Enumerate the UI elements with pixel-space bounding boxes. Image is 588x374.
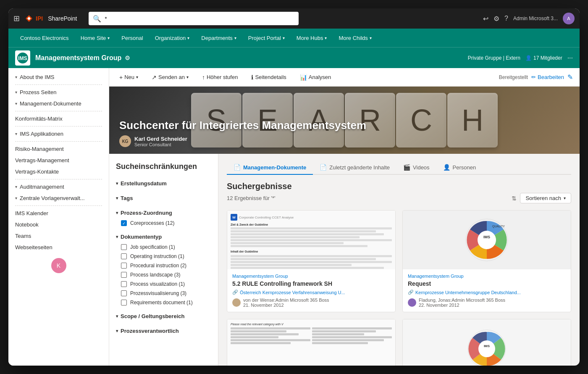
filter-section-header-dokumententyp[interactable]: ▾ Dokumententyp — [116, 231, 211, 242]
results-title: Suchergebnisse — [227, 182, 571, 191]
tab-personen[interactable]: 👤 Personen — [436, 161, 483, 175]
user-name[interactable]: Admin Microsoft 3... — [513, 16, 558, 21]
sidebar-item-about-ims[interactable]: ▾ About the IMS — [8, 71, 109, 83]
sidebar-item-konformitaets-matrix[interactable]: Konformitäts-Matrix — [8, 113, 109, 124]
result-card-4: IMS — [402, 319, 571, 366]
result-card-2: IMS QUALITY Managementsystem Group Reque… — [402, 210, 571, 312]
sidebar-item-ims-applikationen[interactable]: ▾ IMS Applikationen — [8, 128, 109, 140]
chevron-down-icon: ▾ — [15, 75, 17, 79]
key-c: C — [396, 93, 446, 147]
sidebar-item-management-dokumente[interactable]: ▾ Management-Dokumente — [8, 98, 109, 109]
filter-checkbox-job-specification[interactable] — [121, 244, 127, 250]
hero-author-role: Senior Consultant — [134, 142, 187, 147]
chevron-down-icon: ▾ — [370, 36, 372, 40]
document-icon: 📄 — [320, 164, 327, 171]
sidebar-item-zentrale-vorlagen[interactable]: ▾ Zentrale Vorlagenverwalt... — [8, 192, 109, 204]
sidebar-item-risiko-management[interactable]: Risiko-Management — [8, 143, 109, 155]
filter-section-header-tags[interactable]: ▾ Tags — [116, 192, 211, 204]
sidebar-item-vertrags-kontakte[interactable]: Vertrags-Kontakte — [8, 166, 109, 177]
sidebar-item-teams[interactable]: Teams — [8, 230, 109, 242]
filter-section-header-prozessverantwortlich[interactable]: ▾ Prozessverantwortlich — [116, 325, 211, 337]
filter-checkbox-prozessvisualisierung[interactable] — [121, 290, 127, 296]
new-button[interactable]: + Neu ▾ — [116, 72, 142, 82]
result-card-1-preview: W Corporate Controlling CCET Analyse Zie… — [227, 211, 395, 269]
analysen-button[interactable]: 📊 Analysen — [297, 72, 334, 82]
sidebar-item-webseiteseiten[interactable]: Webseiteseiten — [8, 242, 109, 253]
filter-option-process-visualization[interactable]: Process visualization (1) — [116, 279, 211, 289]
sidebar-item-ims-kalender[interactable]: IMS Kalender — [8, 208, 109, 219]
chevron-down-icon: ▾ — [15, 132, 17, 136]
result-source-1[interactable]: Managementsystem Group — [232, 274, 390, 279]
sort-button[interactable]: Sortieren nach ▾ — [520, 193, 571, 203]
filter-option-job-specification[interactable]: Job specification (1) — [116, 242, 211, 252]
hoeher-button[interactable]: ↑ Höher stufen — [199, 72, 241, 82]
ims-diagram-2: IMS — [466, 328, 508, 366]
result-tag-2[interactable]: 🔗 Kernprozesse Unternehmensgruppe Deutsc… — [408, 290, 566, 295]
result-source-2[interactable]: Managementsystem Group — [408, 274, 566, 279]
filter-option-requirements-document[interactable]: Requirements document (1) — [116, 298, 211, 307]
site-header: IMS Managementsystem Group ⚙ Private Gru… — [8, 47, 580, 68]
search-icon: 🔍 — [93, 15, 101, 23]
result-tag-1[interactable]: 🔗 Österreich Kernprozesse Verfahrensanwe… — [232, 290, 390, 295]
sidebar-item-vertrags-management[interactable]: Vertrags-Management — [8, 155, 109, 166]
svg-text:IMS: IMS — [483, 235, 490, 239]
top-bar: ⊞ IPI SharePoint 🔍 ↩ ⚙ ? Admin Microsoft… — [8, 8, 580, 29]
svg-point-3 — [478, 231, 496, 249]
nav-item-contoso[interactable]: Contoso Electronics — [15, 32, 74, 44]
tab-zuletzt-geaenderte[interactable]: 📄 Zuletzt geänderte Inhalte — [313, 161, 396, 175]
settings-icon[interactable]: ⚙ — [494, 15, 499, 23]
members-count[interactable]: 👤 17 Mitglieder — [525, 55, 562, 61]
nav-item-morehubs[interactable]: More Hubs ▾ — [291, 32, 332, 44]
filter-option-prozessvisualisierung[interactable]: Prozessvisualisierung (3) — [116, 289, 211, 298]
edit-pencil-icon[interactable]: ✎ — [567, 73, 573, 81]
tab-videos[interactable]: 🎬 Videos — [396, 161, 436, 175]
filter-checkbox-process-visualization[interactable] — [121, 281, 127, 287]
sort-icon: ⇅ — [512, 195, 517, 202]
filter-option-process-landscape[interactable]: Process landscape (3) — [116, 270, 211, 279]
filter-section-prozessverantwortlich: ▾ Prozessverantwortlich — [116, 325, 211, 337]
filter-section-header-scope[interactable]: ▾ Scope / Geltungsbereich — [116, 311, 211, 322]
help-icon[interactable]: ? — [504, 15, 508, 22]
filter-checkbox-process-landscape[interactable] — [121, 272, 127, 278]
nav-item-homesite[interactable]: Home Site ▾ — [76, 32, 115, 44]
sidebar-item-prozess-seiten[interactable]: ▾ Prozess Seiten — [8, 87, 109, 98]
chevron-down-icon: ▾ — [15, 184, 17, 189]
filter-checkbox-requirements-document[interactable] — [121, 300, 127, 306]
bearbeiten-button[interactable]: ✏ Bearbeiten — [531, 74, 564, 80]
hero-author: KG Karl Gerd Schneider Senior Consultant — [119, 135, 366, 147]
waffle-icon[interactable]: ⊞ — [13, 14, 20, 23]
search-input[interactable] — [105, 16, 294, 22]
filter-section-header-erstellungsdatum[interactable]: ▾ Erstellungsdatum — [116, 178, 211, 189]
details-button[interactable]: ℹ Seitendetails — [248, 72, 289, 82]
hero-author-name: Karl Gerd Schneider — [134, 136, 187, 142]
filter-section-dokumententyp: ▾ Dokumententyp Job specification (1) Op… — [116, 231, 211, 307]
filter-section-header-prozess-zuordnung[interactable]: ▾ Prozess-Zuordnung — [116, 207, 211, 219]
sidebar-item-auditmanagement[interactable]: ▾ Auditmanagement — [8, 181, 109, 192]
filter-option-operating-instruction[interactable]: Operating instruction (1) — [116, 252, 211, 261]
sidebar-divider — [15, 141, 102, 142]
tab-managemen-dokumente[interactable]: 📄 Managemen-Dokumente — [227, 161, 313, 175]
nav-item-organization[interactable]: Organization ▾ — [150, 32, 195, 44]
result-title-1: 5.2 RULE Controlling framework SH — [232, 280, 390, 287]
filter-option-procedural-instruction[interactable]: Procedural instruction (2) — [116, 261, 211, 270]
user-profile-circle[interactable]: K — [51, 258, 66, 273]
back-icon[interactable]: ↩ — [483, 15, 488, 23]
nav-item-morechilds[interactable]: More Childs ▾ — [333, 32, 376, 44]
senden-button[interactable]: ↗ Senden an ▾ — [148, 72, 192, 82]
filter-checkbox-procedural-instruction[interactable] — [121, 263, 127, 269]
search-box[interactable]: 🔍 — [89, 12, 299, 25]
filter-checkbox-coreprocesses[interactable]: ✓ — [121, 220, 127, 226]
user-avatar[interactable]: A — [563, 13, 575, 24]
top-bar-right: ↩ ⚙ ? Admin Microsoft 3... A — [483, 13, 575, 24]
command-bar-right: Bereitgestellt ✏ Bearbeiten ✎ — [499, 73, 573, 81]
nav-item-departments[interactable]: Departments ▾ — [196, 32, 241, 44]
filter-checkbox-operating-instruction[interactable] — [121, 253, 127, 259]
sidebar-item-notebook[interactable]: Notebook — [8, 219, 109, 230]
nav-item-projectportal[interactable]: Project Portal ▾ — [243, 32, 290, 44]
chevron-down-icon: ▾ — [187, 36, 189, 40]
nav-item-personal[interactable]: Personal — [116, 32, 148, 44]
chevron-down-icon: ▾ — [564, 196, 566, 200]
site-settings-icon[interactable]: ⚙ — [125, 55, 130, 61]
site-more-button[interactable]: ··· — [567, 54, 573, 62]
filter-option-coreprocesses[interactable]: ✓ Coreprocesses (12) — [116, 219, 211, 228]
